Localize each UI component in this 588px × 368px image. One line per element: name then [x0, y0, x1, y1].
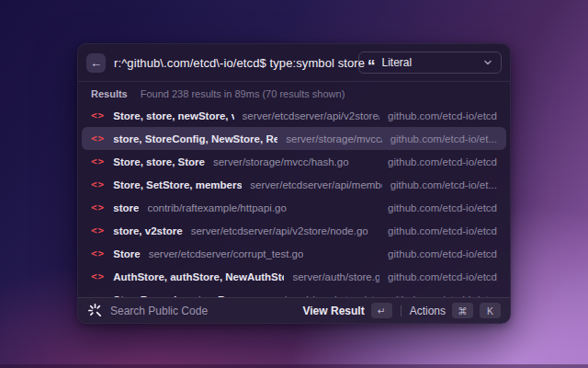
- results-summary: Found 238 results in 89ms (70 results sh…: [141, 88, 345, 99]
- result-symbols: Store, store, newStore, v2store: [113, 110, 233, 121]
- result-repo: github.com/etcd-io/etcd: [388, 110, 497, 121]
- actions-button[interactable]: Actions: [410, 305, 446, 317]
- result-path: server/etcdserver/api/membership/cluste.…: [250, 179, 381, 190]
- result-repo: github.com/etcd-io/etcd: [388, 248, 497, 259]
- result-symbols: store, v2store: [113, 225, 182, 236]
- result-path: server/etcdserver/api/v2store/store.go: [243, 110, 380, 121]
- result-symbols: Store, SetStore, membersFromStore,...: [113, 179, 242, 190]
- result-repo: github.com/etcd-io/et...: [390, 179, 497, 190]
- result-path: server/storage/mvcc/hash.go: [213, 156, 349, 167]
- result-repo: github.com/etcd-io/etcd: [388, 156, 497, 167]
- result-row[interactable]: <>store, v2storeserver/etcdserver/api/v2…: [82, 219, 506, 242]
- result-path: server/storage/mvcc/kvstore.go: [286, 133, 381, 144]
- back-button[interactable]: ←: [86, 53, 106, 73]
- desktop-bottom-edge: [0, 364, 588, 368]
- result-row[interactable]: <>Storeserver/etcdserver/corrupt_test.go…: [82, 242, 506, 265]
- symbol-code-icon: <>: [91, 109, 105, 121]
- footer-divider: [401, 305, 401, 316]
- footer-actions: View Result ↵ Actions ⌘ K: [303, 303, 502, 318]
- result-row[interactable]: <>Store, store, Storeserver/storage/mvcc…: [82, 150, 506, 173]
- result-repo: github.com/etcd-io/et...: [390, 133, 497, 144]
- result-row[interactable]: <>store, StoreConfig, NewStore, Restore,…: [82, 127, 506, 150]
- results-section-label: Results: [91, 88, 128, 99]
- app-label: Search Public Code: [110, 305, 208, 317]
- results-list: <>Store, store, newStore, v2storeserver/…: [78, 102, 510, 297]
- sparkle-logo-icon: [87, 303, 103, 318]
- result-symbols: AuthStore, authStore, NewAuthStore: [113, 271, 284, 282]
- symbol-code-icon: <>: [91, 178, 105, 190]
- symbol-code-icon: <>: [91, 270, 105, 282]
- symbol-code-icon: <>: [91, 224, 105, 236]
- search-bar: ← r:^github\.com/etcd\-io/etcd$ type:sym…: [78, 44, 510, 82]
- result-row[interactable]: <>Store, store, newStore, v2storeserver/…: [82, 104, 506, 127]
- pattern-type-dropdown[interactable]: “ Literal: [358, 52, 502, 74]
- result-row[interactable]: <>StoreRecorder, storeRecorder, mockst..…: [82, 288, 506, 297]
- search-modal: ← r:^github\.com/etcd\-io/etcd$ type:sym…: [77, 43, 511, 324]
- result-symbols: Store, store, Store: [113, 156, 205, 167]
- k-key-badge: K: [480, 303, 501, 318]
- symbol-code-icon: <>: [91, 247, 105, 259]
- result-symbols: Store: [113, 248, 140, 259]
- result-row[interactable]: <>AuthStore, authStore, NewAuthStoreserv…: [82, 265, 506, 288]
- result-path: server/etcdserver/api/v2store/node.go: [191, 225, 368, 236]
- chevron-down-icon: [483, 58, 492, 67]
- results-header: Results Found 238 results in 89ms (70 re…: [78, 82, 510, 102]
- result-path: contrib/raftexample/httpapi.go: [147, 202, 287, 213]
- result-symbols: store, StoreConfig, NewStore, Restore, r…: [113, 133, 277, 144]
- symbol-code-icon: <>: [91, 155, 105, 167]
- search-query-text: r:^github\.com/etcd\-io/etcd$ type:symbo…: [114, 56, 365, 70]
- result-symbols: store: [113, 202, 139, 213]
- footer-bar: Search Public Code View Result ↵ Actions…: [78, 297, 510, 323]
- pattern-type-label: Literal: [382, 56, 413, 69]
- symbol-code-icon: <>: [91, 132, 105, 144]
- result-row[interactable]: <>storecontrib/raftexample/httpapi.gogit…: [82, 196, 506, 219]
- symbol-code-icon: <>: [91, 201, 105, 213]
- result-repo: github.com/etcd-io/etcd: [388, 271, 497, 282]
- search-input[interactable]: r:^github\.com/etcd\-io/etcd$ type:symbo…: [114, 56, 358, 70]
- view-result-button[interactable]: View Result: [303, 305, 365, 317]
- result-path: server/auth/store.go: [292, 271, 379, 282]
- result-repo: github.com/etcd-io/etcd: [388, 225, 497, 236]
- literal-quote-icon: “: [368, 62, 376, 71]
- result-repo: github.com/etcd-io/etcd: [388, 202, 497, 213]
- enter-key-icon: ↵: [371, 303, 392, 318]
- result-path: server/etcdserver/corrupt_test.go: [149, 248, 304, 259]
- cmd-key-icon: ⌘: [452, 303, 473, 318]
- result-row[interactable]: <>Store, SetStore, membersFromStore,...s…: [82, 173, 506, 196]
